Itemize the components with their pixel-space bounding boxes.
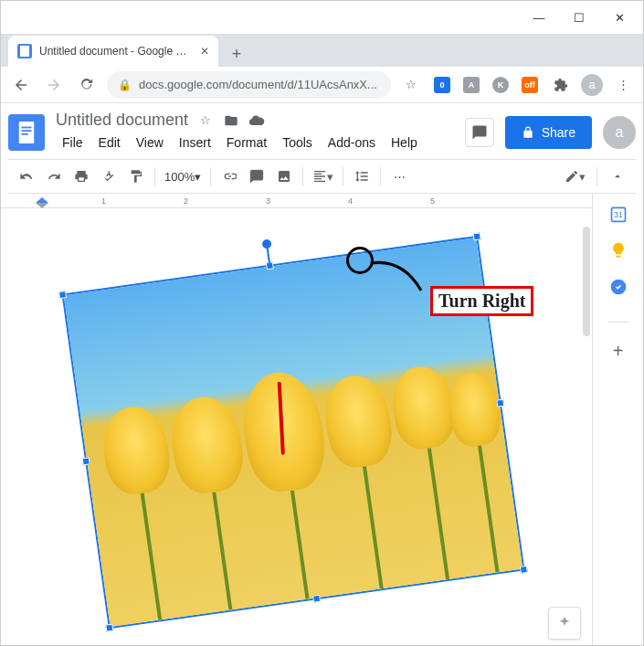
resize-handle-b[interactable] [312, 595, 321, 603]
svg-rect-2 [22, 130, 32, 132]
browser-profile-avatar[interactable]: a [581, 74, 603, 96]
annotation-label: Turn Right [430, 286, 533, 316]
indent-marker-icon[interactable] [36, 197, 48, 208]
window-minimize[interactable]: — [519, 4, 559, 31]
document-title[interactable]: Untitled document [56, 111, 188, 130]
editing-mode-button[interactable]: ▾ [561, 164, 589, 189]
rotate-handle[interactable] [261, 238, 271, 249]
menu-help[interactable]: Help [385, 132, 424, 154]
resize-handle-tl[interactable] [58, 291, 67, 299]
calendar-icon[interactable]: 31 [609, 205, 628, 223]
side-panel: 31 + [592, 194, 643, 646]
cloud-status-icon[interactable] [248, 112, 265, 129]
resize-handle-r[interactable] [496, 399, 504, 408]
docs-logo[interactable] [8, 114, 45, 151]
svg-text:+: + [255, 171, 259, 179]
keep-icon[interactable] [609, 241, 628, 259]
browser-tab[interactable]: Untitled document - Google Doc ✕ [8, 36, 218, 67]
menu-view[interactable]: View [130, 132, 170, 154]
menu-file[interactable]: File [56, 132, 90, 154]
resize-handle-l[interactable] [82, 457, 90, 465]
window-maximize[interactable]: ☐ [559, 4, 599, 31]
zoom-select[interactable]: 100% ▾ [161, 164, 205, 189]
lock-icon: 🔒 [118, 79, 132, 91]
print-button[interactable] [69, 164, 94, 189]
toolbar: 100% ▾ + ▾ ⋯ ▾ [8, 159, 636, 194]
lock-icon [522, 126, 534, 139]
horizontal-ruler[interactable]: 1 2 3 4 5 [1, 194, 592, 208]
menu-edit[interactable]: Edit [92, 132, 127, 154]
window-close[interactable]: ✕ [599, 4, 639, 31]
tab-close-icon[interactable]: ✕ [200, 45, 209, 58]
star-icon[interactable]: ☆ [197, 112, 214, 129]
account-avatar[interactable]: a [603, 116, 636, 149]
annotation-arrow [366, 254, 439, 300]
resize-handle-tr[interactable] [473, 232, 481, 240]
menu-tools[interactable]: Tools [276, 132, 319, 154]
menu-addons[interactable]: Add-ons [322, 132, 382, 154]
undo-button[interactable] [14, 164, 39, 189]
add-comment-button[interactable]: + [244, 164, 269, 189]
spellcheck-button[interactable] [96, 164, 121, 189]
insert-image-button[interactable] [271, 164, 297, 189]
resize-handle-br[interactable] [520, 566, 528, 574]
browser-menu-icon[interactable]: ⋮ [610, 72, 636, 98]
tab-title: Untitled document - Google Doc [39, 45, 193, 58]
bookmark-star-icon[interactable]: ☆ [398, 72, 424, 98]
extension-4[interactable]: off [519, 74, 541, 96]
more-button[interactable]: ⋯ [386, 164, 412, 189]
window-titlebar: — ☐ ✕ [1, 1, 643, 34]
paint-format-button[interactable] [123, 164, 149, 189]
svg-rect-0 [19, 122, 35, 143]
add-addon-icon[interactable]: + [609, 341, 628, 359]
vertical-scrollbar[interactable] [583, 227, 590, 336]
url-text: docs.google.com/document/d/11UAcsAnxX... [139, 78, 377, 91]
line-spacing-button[interactable] [349, 164, 375, 189]
menubar: File Edit View Insert Format Tools Add-o… [56, 132, 454, 154]
omnibox[interactable]: 🔒 docs.google.com/document/d/11UAcsAnxX.… [107, 71, 391, 99]
forward-button[interactable] [41, 72, 67, 98]
redo-button[interactable] [41, 164, 67, 189]
svg-text:31: 31 [614, 210, 623, 219]
browser-tabstrip: Untitled document - Google Doc ✕ + [1, 34, 643, 67]
resize-handle-bl[interactable] [105, 624, 113, 632]
extensions-puzzle-icon[interactable] [548, 72, 574, 98]
share-button[interactable]: Share [505, 116, 592, 149]
move-icon[interactable] [223, 112, 239, 129]
menu-format[interactable]: Format [220, 132, 273, 154]
comments-button[interactable] [465, 118, 494, 147]
tasks-icon[interactable] [609, 278, 628, 296]
svg-rect-3 [22, 132, 28, 134]
document-canvas[interactable]: Turn Right [1, 208, 592, 646]
docs-header: Untitled document ☆ File Edit View Inser… [1, 103, 643, 194]
collapse-toolbar-button[interactable] [605, 164, 630, 189]
extension-1[interactable]: 0 [431, 74, 453, 96]
main-area: 1 2 3 4 5 [1, 194, 643, 646]
svg-marker-5 [36, 197, 48, 203]
back-button[interactable] [8, 72, 34, 98]
browser-address-bar: 🔒 docs.google.com/document/d/11UAcsAnxX.… [1, 67, 643, 103]
new-tab-button[interactable]: + [224, 41, 249, 67]
document-canvas-area: 1 2 3 4 5 [1, 194, 592, 646]
extension-3[interactable]: K [490, 74, 512, 96]
align-button[interactable]: ▾ [309, 164, 337, 189]
insert-link-button[interactable] [216, 164, 242, 189]
explore-button[interactable] [548, 607, 581, 640]
svg-rect-1 [22, 126, 32, 128]
menu-insert[interactable]: Insert [173, 132, 217, 154]
extension-2[interactable]: A [460, 74, 482, 96]
reload-button[interactable] [74, 72, 100, 98]
docs-favicon [17, 44, 32, 58]
